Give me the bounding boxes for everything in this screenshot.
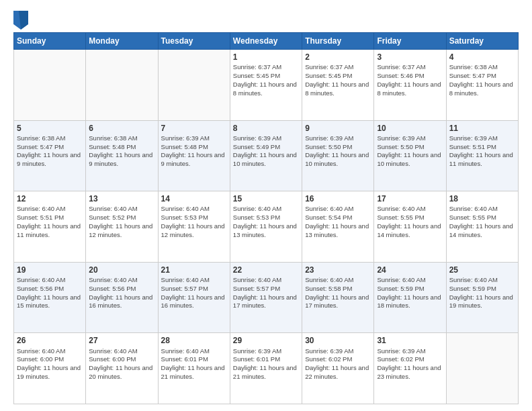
day-info: Sunrise: 6:40 AMSunset: 5:57 PMDaylight:… — [161, 276, 227, 310]
calendar-cell: 11Sunrise: 6:39 AMSunset: 5:51 PMDayligh… — [446, 120, 518, 191]
calendar-week-row: 19Sunrise: 6:40 AMSunset: 5:56 PMDayligh… — [14, 262, 519, 333]
day-info: Sunrise: 6:40 AMSunset: 6:00 PMDaylight:… — [89, 347, 154, 381]
calendar-week-row: 12Sunrise: 6:40 AMSunset: 5:51 PMDayligh… — [14, 191, 519, 263]
day-number: 8 — [233, 123, 299, 134]
calendar-cell: 1Sunrise: 6:37 AMSunset: 5:45 PMDaylight… — [230, 50, 302, 121]
calendar-cell: 8Sunrise: 6:39 AMSunset: 5:49 PMDaylight… — [230, 120, 302, 191]
day-number: 30 — [305, 335, 371, 346]
calendar-cell: 23Sunrise: 6:40 AMSunset: 5:58 PMDayligh… — [302, 262, 374, 333]
calendar-cell: 19Sunrise: 6:40 AMSunset: 5:56 PMDayligh… — [14, 262, 86, 333]
day-number: 26 — [17, 335, 83, 346]
calendar-cell — [446, 333, 518, 404]
calendar-week-row: 26Sunrise: 6:40 AMSunset: 6:00 PMDayligh… — [14, 333, 519, 404]
col-header-friday: Friday — [374, 33, 446, 50]
day-number: 23 — [305, 265, 371, 275]
calendar-cell: 20Sunrise: 6:40 AMSunset: 5:56 PMDayligh… — [86, 262, 158, 333]
day-number: 17 — [377, 193, 443, 204]
col-header-wednesday: Wednesday — [230, 33, 302, 50]
day-number: 14 — [161, 193, 227, 204]
day-number: 10 — [377, 123, 443, 134]
col-header-sunday: Sunday — [14, 33, 86, 50]
day-info: Sunrise: 6:40 AMSunset: 5:59 PMDaylight:… — [449, 276, 515, 310]
day-number: 5 — [17, 123, 83, 134]
day-info: Sunrise: 6:38 AMSunset: 5:47 PMDaylight:… — [17, 134, 83, 169]
day-info: Sunrise: 6:39 AMSunset: 5:50 PMDaylight:… — [305, 134, 371, 169]
day-number: 20 — [89, 265, 154, 275]
day-number: 24 — [377, 265, 443, 275]
day-number: 11 — [449, 123, 515, 134]
day-number: 7 — [161, 123, 227, 134]
logo-icon — [13, 11, 27, 27]
day-info: Sunrise: 6:40 AMSunset: 5:54 PMDaylight:… — [305, 205, 371, 239]
calendar-cell: 15Sunrise: 6:40 AMSunset: 5:53 PMDayligh… — [230, 191, 302, 263]
day-info: Sunrise: 6:40 AMSunset: 5:51 PMDaylight:… — [17, 205, 83, 239]
calendar-header-row: SundayMondayTuesdayWednesdayThursdayFrid… — [14, 33, 519, 50]
calendar-cell: 9Sunrise: 6:39 AMSunset: 5:50 PMDaylight… — [302, 120, 374, 191]
calendar-cell: 17Sunrise: 6:40 AMSunset: 5:55 PMDayligh… — [374, 191, 446, 263]
col-header-saturday: Saturday — [446, 33, 518, 50]
day-number: 1 — [233, 52, 299, 62]
col-header-thursday: Thursday — [302, 33, 374, 50]
day-info: Sunrise: 6:38 AMSunset: 5:47 PMDaylight:… — [449, 63, 515, 97]
day-info: Sunrise: 6:39 AMSunset: 5:51 PMDaylight:… — [449, 134, 515, 169]
calendar-cell: 30Sunrise: 6:39 AMSunset: 6:02 PMDayligh… — [302, 333, 374, 404]
day-info: Sunrise: 6:40 AMSunset: 5:59 PMDaylight:… — [377, 276, 443, 310]
day-number: 2 — [305, 52, 371, 62]
calendar-table: SundayMondayTuesdayWednesdayThursdayFrid… — [13, 32, 519, 404]
day-number: 19 — [17, 265, 83, 275]
day-info: Sunrise: 6:40 AMSunset: 5:52 PMDaylight:… — [89, 205, 154, 239]
day-number: 21 — [161, 265, 227, 275]
calendar-cell: 13Sunrise: 6:40 AMSunset: 5:52 PMDayligh… — [86, 191, 158, 263]
calendar-cell: 18Sunrise: 6:40 AMSunset: 5:55 PMDayligh… — [446, 191, 518, 263]
calendar-cell: 29Sunrise: 6:39 AMSunset: 6:01 PMDayligh… — [230, 333, 302, 404]
calendar-week-row: 5Sunrise: 6:38 AMSunset: 5:47 PMDaylight… — [14, 120, 519, 191]
day-info: Sunrise: 6:40 AMSunset: 5:55 PMDaylight:… — [449, 205, 515, 239]
day-info: Sunrise: 6:37 AMSunset: 5:45 PMDaylight:… — [305, 63, 371, 97]
calendar-cell: 12Sunrise: 6:40 AMSunset: 5:51 PMDayligh… — [14, 191, 86, 263]
day-number: 4 — [449, 52, 515, 62]
day-number: 16 — [305, 193, 371, 204]
calendar-cell: 4Sunrise: 6:38 AMSunset: 5:47 PMDaylight… — [446, 50, 518, 121]
day-info: Sunrise: 6:40 AMSunset: 5:58 PMDaylight:… — [305, 276, 371, 310]
day-info: Sunrise: 6:40 AMSunset: 5:57 PMDaylight:… — [233, 276, 299, 310]
day-info: Sunrise: 6:40 AMSunset: 5:53 PMDaylight:… — [161, 205, 227, 239]
day-number: 18 — [449, 193, 515, 204]
day-info: Sunrise: 6:39 AMSunset: 5:49 PMDaylight:… — [233, 134, 299, 169]
calendar-cell: 5Sunrise: 6:38 AMSunset: 5:47 PMDaylight… — [14, 120, 86, 191]
day-number: 12 — [17, 193, 83, 204]
calendar-week-row: 1Sunrise: 6:37 AMSunset: 5:45 PMDaylight… — [14, 50, 519, 121]
day-info: Sunrise: 6:37 AMSunset: 5:46 PMDaylight:… — [377, 63, 443, 97]
calendar-cell: 7Sunrise: 6:39 AMSunset: 5:48 PMDaylight… — [158, 120, 230, 191]
calendar-cell: 28Sunrise: 6:40 AMSunset: 6:01 PMDayligh… — [158, 333, 230, 404]
day-info: Sunrise: 6:40 AMSunset: 5:56 PMDaylight:… — [17, 276, 83, 310]
calendar-cell: 27Sunrise: 6:40 AMSunset: 6:00 PMDayligh… — [86, 333, 158, 404]
day-number: 22 — [233, 265, 299, 275]
day-info: Sunrise: 6:40 AMSunset: 5:55 PMDaylight:… — [377, 205, 443, 239]
day-number: 13 — [89, 193, 154, 204]
day-info: Sunrise: 6:40 AMSunset: 6:00 PMDaylight:… — [17, 347, 83, 381]
day-info: Sunrise: 6:38 AMSunset: 5:48 PMDaylight:… — [89, 134, 154, 169]
calendar-cell: 25Sunrise: 6:40 AMSunset: 5:59 PMDayligh… — [446, 262, 518, 333]
day-info: Sunrise: 6:39 AMSunset: 6:01 PMDaylight:… — [233, 347, 299, 381]
day-number: 6 — [89, 123, 154, 134]
logo — [13, 11, 30, 27]
day-info: Sunrise: 6:39 AMSunset: 6:02 PMDaylight:… — [305, 347, 371, 381]
day-info: Sunrise: 6:40 AMSunset: 6:01 PMDaylight:… — [161, 347, 227, 381]
calendar-cell: 22Sunrise: 6:40 AMSunset: 5:57 PMDayligh… — [230, 262, 302, 333]
day-number: 3 — [377, 52, 443, 62]
calendar-cell: 21Sunrise: 6:40 AMSunset: 5:57 PMDayligh… — [158, 262, 230, 333]
calendar-cell: 16Sunrise: 6:40 AMSunset: 5:54 PMDayligh… — [302, 191, 374, 263]
day-info: Sunrise: 6:39 AMSunset: 5:48 PMDaylight:… — [161, 134, 227, 169]
day-number: 15 — [233, 193, 299, 204]
calendar-cell: 2Sunrise: 6:37 AMSunset: 5:45 PMDaylight… — [302, 50, 374, 121]
day-info: Sunrise: 6:39 AMSunset: 6:02 PMDaylight:… — [377, 347, 443, 381]
calendar-cell — [158, 50, 230, 121]
day-number: 28 — [161, 335, 227, 346]
calendar-cell: 31Sunrise: 6:39 AMSunset: 6:02 PMDayligh… — [374, 333, 446, 404]
page: SundayMondayTuesdayWednesdayThursdayFrid… — [0, 0, 532, 411]
day-info: Sunrise: 6:39 AMSunset: 5:50 PMDaylight:… — [377, 134, 443, 169]
calendar-cell — [14, 50, 86, 121]
day-number: 29 — [233, 335, 299, 346]
calendar-cell: 24Sunrise: 6:40 AMSunset: 5:59 PMDayligh… — [374, 262, 446, 333]
col-header-tuesday: Tuesday — [158, 33, 230, 50]
